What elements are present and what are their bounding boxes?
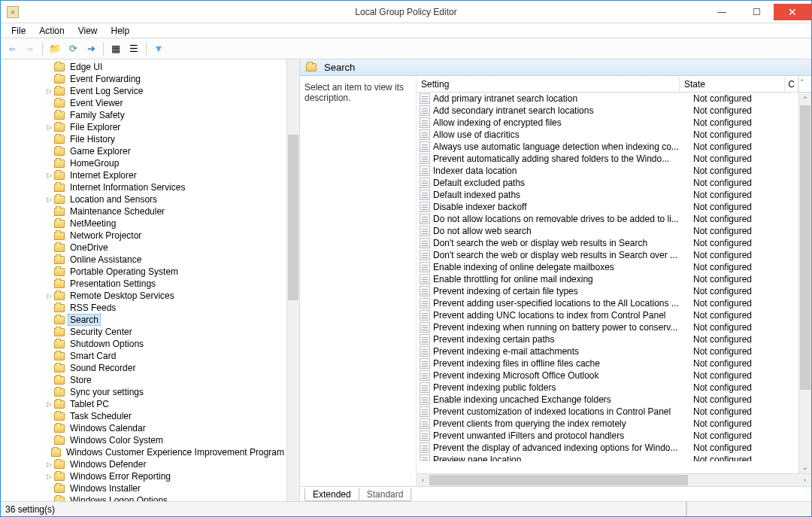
tree-item[interactable]: ▷Task Scheduler <box>1 410 286 422</box>
expander-icon[interactable]: ▷ <box>44 291 53 300</box>
setting-row[interactable]: Prevent indexing of certain file typesNo… <box>417 285 798 297</box>
column-setting[interactable]: Setting <box>417 76 680 92</box>
list-scroll[interactable]: Add primary intranet search locationNot … <box>417 93 811 473</box>
tree-item[interactable]: ▷Shutdown Options <box>1 338 286 350</box>
tree-item[interactable]: ▷RSS Feeds <box>1 302 286 314</box>
setting-row[interactable]: Prevent indexing public foldersNot confi… <box>417 382 798 394</box>
menu-view[interactable]: View <box>72 24 104 38</box>
setting-row[interactable]: Always use automatic language detection … <box>417 141 798 153</box>
tree-item[interactable]: ▷Sound Recorder <box>1 362 286 374</box>
setting-row[interactable]: Enable throttling for online mail indexi… <box>417 273 798 285</box>
minimize-button[interactable]: — <box>704 4 739 20</box>
setting-row[interactable]: Prevent automatically adding shared fold… <box>417 153 798 165</box>
tree-item[interactable]: ▷File Explorer <box>1 121 286 133</box>
tree-item[interactable]: ▷HomeGroup <box>1 157 286 169</box>
tree-item[interactable]: ▷Event Forwarding <box>1 73 286 85</box>
tree-item[interactable]: ▷Event Log Service <box>1 85 286 97</box>
expander-icon[interactable]: ▷ <box>44 87 53 96</box>
setting-row[interactable]: Prevent adding UNC locations to index fr… <box>417 309 798 321</box>
setting-row[interactable]: Add primary intranet search locationNot … <box>417 93 798 105</box>
expander-icon[interactable]: ▷ <box>44 460 53 469</box>
expander-icon[interactable]: ▷ <box>44 400 53 409</box>
maximize-button[interactable]: ☐ <box>739 4 774 20</box>
tree-item[interactable]: ▷Windows Defender <box>1 458 286 470</box>
column-state[interactable]: State <box>680 76 785 92</box>
expander-icon[interactable]: ▷ <box>44 195 53 204</box>
setting-row[interactable]: Prevent indexing certain pathsNot config… <box>417 333 798 345</box>
column-comment[interactable]: C <box>785 76 798 92</box>
list-button[interactable]: ☰ <box>126 41 142 57</box>
scrollbar-thumb[interactable] <box>800 105 810 390</box>
tree-item[interactable]: ▷Tablet PC <box>1 398 286 410</box>
tree-item[interactable]: ▷Remote Desktop Services <box>1 290 286 302</box>
tree-item[interactable]: ▷Smart Card <box>1 350 286 362</box>
setting-row[interactable]: Enable indexing uncached Exchange folder… <box>417 394 798 406</box>
tree-item[interactable]: ▷Windows Color System <box>1 434 286 446</box>
tree-item[interactable]: ▷Online Assistance <box>1 254 286 266</box>
scroll-up-icon[interactable]: ⌃ <box>799 93 811 105</box>
tree-scrollbar[interactable] <box>286 59 299 501</box>
expander-icon[interactable]: ▷ <box>44 171 53 180</box>
tree-item[interactable]: ▷NetMeeting <box>1 217 286 230</box>
filter-button[interactable]: ▼ <box>150 41 167 57</box>
expander-icon[interactable]: ▷ <box>44 123 53 132</box>
back-button[interactable]: ⇦ <box>4 41 20 57</box>
scroll-left-icon[interactable]: ‹ <box>417 476 429 484</box>
setting-row[interactable]: Prevent customization of indexed locatio… <box>417 406 798 418</box>
tree-item[interactable]: ▷Search <box>1 314 286 326</box>
tree-item[interactable]: ▷Windows Customer Experience Improvement… <box>1 446 286 458</box>
refresh-button[interactable]: ⟳ <box>65 41 81 57</box>
close-button[interactable]: ✕ <box>774 4 811 20</box>
tree-item[interactable]: ▷Windows Error Reporting <box>1 470 286 482</box>
menu-action[interactable]: Action <box>33 24 70 38</box>
tree-item[interactable]: ▷Windows Installer <box>1 482 286 494</box>
setting-row[interactable]: Preview pane locationNot configured <box>417 454 798 461</box>
setting-row[interactable]: Allow indexing of encrypted filesNot con… <box>417 117 798 129</box>
setting-row[interactable]: Don't search the web or display web resu… <box>417 237 798 249</box>
setting-row[interactable]: Prevent indexing Microsoft Office Outloo… <box>417 370 798 382</box>
export-button[interactable]: ➜ <box>83 41 99 57</box>
setting-row[interactable]: Default excluded pathsNot configured <box>417 177 798 189</box>
setting-row[interactable]: Do not allow locations on removable driv… <box>417 213 798 225</box>
tab-extended[interactable]: Extended <box>304 488 359 501</box>
scroll-down-icon[interactable]: ⌄ <box>799 461 811 473</box>
setting-row[interactable]: Prevent clients from querying the index … <box>417 418 798 430</box>
tree-item[interactable]: ▷OneDrive <box>1 242 286 254</box>
tree-item[interactable]: ▷Game Explorer <box>1 145 286 157</box>
tree-item[interactable]: ▷Security Center <box>1 326 286 338</box>
setting-row[interactable]: Prevent indexing e-mail attachmentsNot c… <box>417 345 798 357</box>
setting-row[interactable]: Disable indexer backoffNot configured <box>417 201 798 213</box>
up-button[interactable]: 📁 <box>47 41 63 57</box>
tree-item[interactable]: ▷Edge UI <box>1 61 286 73</box>
tree-item[interactable]: ▷Family Safety <box>1 109 286 121</box>
list-hscrollbar[interactable]: ‹ › <box>417 473 811 486</box>
tree-item[interactable]: ▷Maintenance Scheduler <box>1 205 286 217</box>
setting-row[interactable]: Prevent unwanted iFilters and protocol h… <box>417 430 798 442</box>
scrollbar-thumb[interactable] <box>429 475 688 485</box>
setting-row[interactable]: Do not allow web searchNot configured <box>417 225 798 237</box>
list-vscrollbar[interactable]: ⌃ ⌄ <box>798 93 811 473</box>
tree-item[interactable]: ▷Event Viewer <box>1 97 286 109</box>
tree-item[interactable]: ▷File History <box>1 133 286 145</box>
properties-button[interactable]: ▦ <box>108 41 124 57</box>
tree-item[interactable]: ▷Portable Operating System <box>1 266 286 278</box>
tree-item[interactable]: ▷Store <box>1 374 286 386</box>
setting-row[interactable]: Prevent the display of advanced indexing… <box>417 442 798 454</box>
setting-row[interactable]: Allow use of diacriticsNot configured <box>417 129 798 141</box>
tree-item[interactable]: ▷Windows Calendar <box>1 422 286 434</box>
scrollbar-thumb[interactable] <box>288 135 298 300</box>
setting-row[interactable]: Indexer data locationNot configured <box>417 165 798 177</box>
setting-row[interactable]: Default indexed pathsNot configured <box>417 189 798 201</box>
tree-item[interactable]: ▷Windows Logon Options <box>1 494 286 501</box>
expander-icon[interactable]: ▷ <box>44 472 53 481</box>
tree-item[interactable]: ▷Network Projector <box>1 230 286 242</box>
tree-item[interactable]: ▷Internet Explorer <box>1 169 286 181</box>
tab-standard[interactable]: Standard <box>359 488 412 501</box>
scroll-right-icon[interactable]: › <box>798 476 811 484</box>
setting-row[interactable]: Add secondary intranet search locationsN… <box>417 105 798 117</box>
setting-row[interactable]: Enable indexing of online delegate mailb… <box>417 261 798 273</box>
menu-help[interactable]: Help <box>105 24 136 38</box>
setting-row[interactable]: Don't search the web or display web resu… <box>417 249 798 261</box>
tree-scroll[interactable]: ▷Edge UI▷Event Forwarding▷Event Log Serv… <box>1 59 286 501</box>
tree-item[interactable]: ▷Sync your settings <box>1 386 286 398</box>
